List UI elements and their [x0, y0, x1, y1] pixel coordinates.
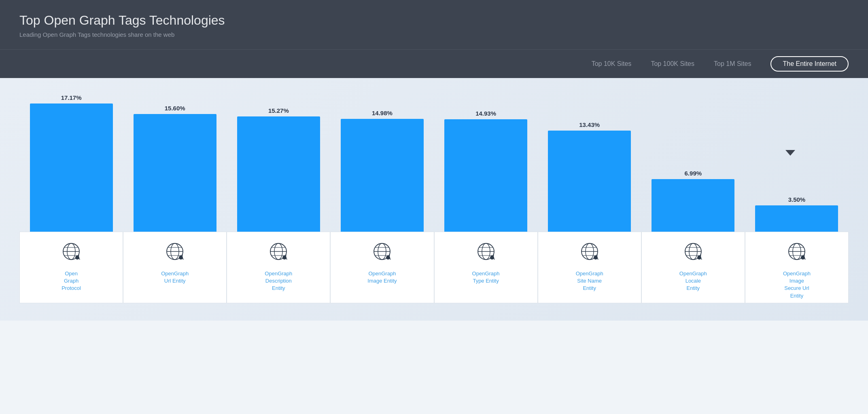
icon-group-5[interactable]: OpenGraph Site Name Entity	[538, 232, 641, 303]
bar-2	[237, 116, 320, 232]
tech-label-0: Open Graph Protocol	[62, 270, 81, 292]
bar-percent-5: 13.43%	[579, 121, 600, 128]
nav-bar: Top 10K Sites Top 100K Sites Top 1M Site…	[0, 49, 868, 78]
page-header: Top Open Graph Tags Technologies Leading…	[0, 0, 868, 49]
icon-box-5	[575, 237, 604, 266]
tech-label-3: OpenGraph Image Entity	[367, 270, 397, 285]
tech-label-2: OpenGraph Description Entity	[265, 270, 292, 292]
icons-row: Open Graph Protocol OpenGraph Url Entity…	[19, 232, 849, 303]
globe-icon	[267, 241, 289, 262]
tech-label-7: OpenGraph Image Secure Url Entity	[783, 270, 811, 300]
icon-box-4	[471, 237, 501, 266]
globe-icon	[579, 241, 601, 262]
icon-box-0	[57, 237, 86, 266]
nav-top100k[interactable]: Top 100K Sites	[651, 60, 694, 68]
page-subtitle: Leading Open Graph Tags technologies sha…	[19, 31, 849, 38]
bar-group-0: 17.17%	[19, 94, 123, 232]
nav-top10k[interactable]: Top 10K Sites	[592, 60, 632, 68]
nav-entire-internet[interactable]: The Entire Internet	[770, 56, 849, 72]
bar-1	[134, 114, 216, 232]
bar-percent-2: 15.27%	[268, 107, 289, 114]
globe-icon	[786, 241, 808, 262]
icon-group-0[interactable]: Open Graph Protocol	[19, 232, 123, 303]
icon-group-2[interactable]: OpenGraph Description Entity	[227, 232, 330, 303]
bar-percent-4: 14.93%	[475, 110, 496, 117]
icon-box-7	[782, 237, 811, 266]
icon-box-6	[679, 237, 708, 266]
tech-label-4: OpenGraph Type Entity	[472, 270, 500, 285]
icon-group-6[interactable]: OpenGraph Locale Entity	[641, 232, 745, 303]
globe-icon	[164, 241, 186, 262]
bar-7	[755, 205, 838, 232]
bar-percent-1: 15.60%	[165, 105, 185, 112]
tech-label-5: OpenGraph Site Name Entity	[576, 270, 603, 292]
icon-group-7[interactable]: OpenGraph Image Secure Url Entity	[745, 232, 849, 303]
bar-5	[548, 131, 631, 232]
icon-group-3[interactable]: OpenGraph Image Entity	[330, 232, 434, 303]
icon-box-1	[160, 237, 189, 266]
bar-3	[341, 119, 424, 232]
bar-4	[444, 119, 527, 232]
page-wrapper: Top Open Graph Tags Technologies Leading…	[0, 0, 868, 321]
bar-group-2: 15.27%	[227, 94, 330, 232]
bar-0	[30, 104, 113, 232]
bar-percent-0: 17.17%	[61, 94, 82, 101]
page-title: Top Open Graph Tags Technologies	[19, 13, 849, 28]
bar-6	[652, 179, 734, 232]
bar-group-5: 13.43%	[538, 94, 641, 232]
nav-top1m[interactable]: Top 1M Sites	[714, 60, 751, 68]
icon-group-4[interactable]: OpenGraph Type Entity	[434, 232, 538, 303]
icon-group-1[interactable]: OpenGraph Url Entity	[123, 232, 227, 303]
icon-box-2	[264, 237, 293, 266]
globe-icon	[475, 241, 497, 262]
bar-group-7: 3.50%	[745, 94, 849, 232]
tech-label-1: OpenGraph Url Entity	[161, 270, 189, 285]
globe-icon	[682, 241, 704, 262]
bar-group-6: 6.99%	[641, 94, 745, 232]
tech-label-6: OpenGraph Locale Entity	[679, 270, 707, 292]
bar-percent-3: 14.98%	[372, 110, 393, 116]
bar-percent-6: 6.99%	[685, 170, 702, 177]
bar-percent-7: 3.50%	[788, 196, 806, 203]
icon-box-3	[367, 237, 397, 266]
bar-group-3: 14.98%	[330, 94, 434, 232]
nav-arrow	[785, 150, 795, 156]
chart-section: 17.17%15.60%15.27%14.98%14.93%13.43%6.99…	[0, 78, 868, 321]
bar-group-4: 14.93%	[434, 94, 538, 232]
bars-container: 17.17%15.60%15.27%14.98%14.93%13.43%6.99…	[19, 94, 849, 232]
globe-icon	[371, 241, 393, 262]
globe-icon	[60, 241, 82, 262]
bar-group-1: 15.60%	[123, 94, 227, 232]
